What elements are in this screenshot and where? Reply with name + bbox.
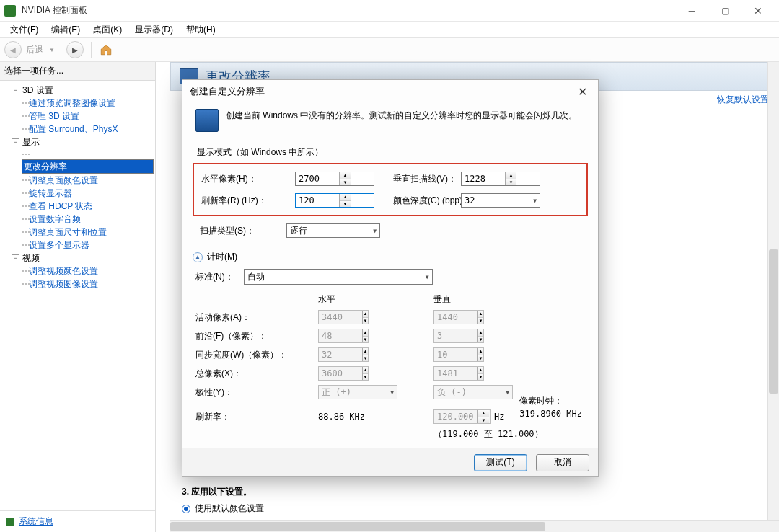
dialog-title: 创建自定义分辨率 — [190, 85, 265, 98]
refresh-label: 刷新率(R) (Hz)： — [201, 195, 295, 207]
pixel-clock: 像素时钟： 319.8960 MHz — [519, 394, 582, 420]
front-porch-v[interactable]: ▲▼ — [433, 329, 484, 343]
total-pixels-v[interactable]: ▲▼ — [433, 366, 484, 381]
display-mode-label: 显示模式（如 Windows 中所示） — [197, 146, 588, 159]
row-polarity-label: 极性(Y)： — [195, 386, 318, 399]
active-pixels-v[interactable]: ▲▼ — [433, 310, 484, 324]
timing-toggle[interactable]: ▲ 计时(M) — [193, 251, 588, 263]
dialog-intro: 创建当前 Windows 中没有的分辨率。测试新的自定义分辨率时您的显示器可能会… — [193, 106, 588, 142]
spinner-buttons[interactable]: ▲▼ — [339, 194, 351, 207]
collapse-up-icon: ▲ — [193, 252, 203, 262]
spinner-buttons[interactable]: ▲▼ — [505, 172, 516, 185]
refresh-range: （119.000 至 121.000） — [433, 428, 549, 440]
chevron-down-icon: ▼ — [426, 274, 429, 280]
dialog-footer: 测试(T) 取消 — [182, 448, 598, 476]
timing-columns: 水平 垂直 — [195, 293, 588, 306]
row-total-pixels-label: 总像素(X)： — [195, 368, 318, 380]
dialog-titlebar[interactable]: 创建自定义分辨率 ✕ — [182, 80, 598, 103]
spinner-buttons[interactable]: ▲▼ — [339, 172, 351, 185]
polarity-v[interactable]: 负 (-)▼ — [433, 385, 513, 399]
col-vertical: 垂直 — [433, 293, 549, 306]
scan-type-label: 扫描类型(S)： — [193, 225, 286, 237]
row-refresh-rate-label: 刷新率： — [195, 411, 318, 423]
front-porch-h[interactable]: ▲▼ — [318, 329, 369, 343]
active-pixels-h[interactable]: ▲▼ — [318, 310, 369, 324]
h-pixels-label: 水平像素(H)： — [201, 173, 295, 185]
sync-width-h[interactable]: ▲▼ — [318, 347, 369, 362]
refresh-h-value: 88.86 KHz — [318, 412, 433, 422]
chevron-down-icon: ▼ — [533, 198, 537, 204]
sync-width-v[interactable]: ▲▼ — [433, 347, 484, 362]
standard-select[interactable]: 自动▼ — [244, 269, 433, 285]
chevron-down-icon: ▼ — [373, 228, 377, 234]
timing-header: 计时(M) — [207, 251, 237, 263]
custom-resolution-dialog: 创建自定义分辨率 ✕ 创建当前 Windows 中没有的分辨率。测试新的自定义分… — [182, 79, 599, 477]
highlighted-parameter-box: 水平像素(H)： ▲▼ 垂直扫描线(V)： ▲▼ 刷新率(R) (Hz)： ▲▼… — [193, 163, 588, 216]
row-front-porch-label: 前沿(F)（像素）： — [195, 330, 318, 342]
scan-type-select[interactable]: 逐行▼ — [286, 223, 380, 238]
monitor-icon — [195, 109, 219, 132]
total-pixels-h[interactable]: ▲▼ — [318, 366, 369, 381]
v-lines-input[interactable]: ▲▼ — [461, 172, 540, 186]
row-sync-width-label: 同步宽度(W)（像素）： — [195, 349, 318, 361]
v-lines-label: 垂直扫描线(V)： — [374, 173, 461, 185]
refresh-input[interactable]: ▲▼ — [295, 193, 374, 208]
refresh-v-input[interactable]: ▲▼ — [433, 409, 491, 424]
row-active-pixels-label: 活动像素(A)： — [195, 311, 318, 324]
cancel-button[interactable]: 取消 — [536, 454, 589, 471]
polarity-h[interactable]: 正 (+)▼ — [318, 385, 397, 399]
modal-mask: 创建自定义分辨率 ✕ 创建当前 Windows 中没有的分辨率。测试新的自定义分… — [0, 0, 779, 532]
standard-label: 标准(N)： — [195, 271, 234, 283]
col-horizontal: 水平 — [318, 293, 433, 306]
color-depth-select[interactable]: 32▼ — [461, 193, 540, 208]
color-depth-label: 颜色深度(C) (bpp)： — [374, 195, 461, 207]
dialog-intro-text: 创建当前 Windows 中没有的分辨率。测试新的自定义分辨率时您的显示器可能会… — [226, 109, 577, 132]
h-pixels-input[interactable]: ▲▼ — [295, 172, 374, 186]
test-button[interactable]: 测试(T) — [474, 454, 527, 471]
dialog-close-button[interactable]: ✕ — [573, 85, 591, 99]
